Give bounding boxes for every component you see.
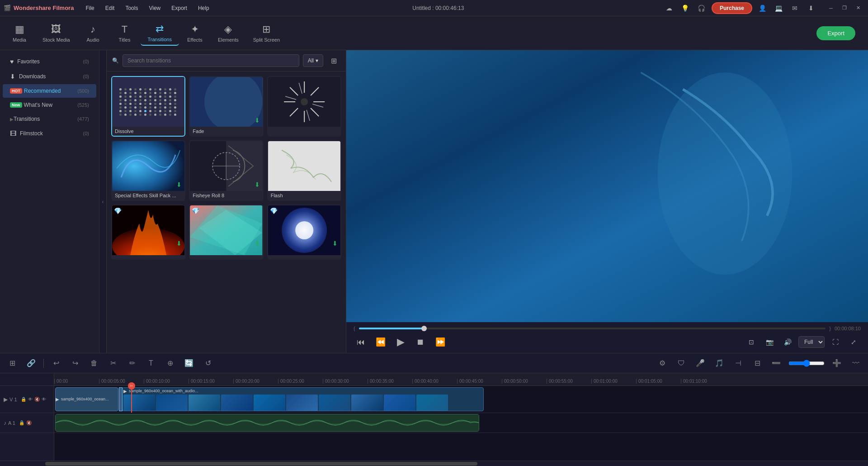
stock-media-label: Stock Media: [42, 37, 70, 43]
download-icon[interactable]: ⬇: [805, 2, 817, 14]
sidebar-item-favorites[interactable]: ♥ Favorites (0): [3, 54, 96, 69]
tl-plus-icon[interactable]: ➕: [830, 357, 844, 370]
export-button[interactable]: Export: [816, 26, 855, 40]
tl-shield-icon[interactable]: 🛡: [675, 357, 688, 370]
tl-split-icon[interactable]: ⊣: [731, 357, 745, 370]
progress-handle[interactable]: [421, 326, 427, 331]
filter-dropdown[interactable]: All ▾: [303, 54, 323, 67]
menu-export[interactable]: Export: [167, 3, 192, 13]
menu-edit[interactable]: Edit: [101, 3, 119, 13]
user-avatar[interactable]: 👤: [756, 2, 769, 14]
progress-track[interactable]: [359, 328, 826, 329]
transition-card-flash2[interactable]: Flash: [267, 140, 341, 201]
transition-card-sfx[interactable]: ⬇ Special Effects Skill Pack ...: [111, 140, 185, 201]
transition-card-flash[interactable]: [267, 76, 341, 137]
search-input[interactable]: [123, 54, 299, 67]
audio-clip[interactable]: [55, 414, 479, 432]
transition-card-dissolve[interactable]: Dissolve: [111, 76, 185, 137]
mail-icon[interactable]: ✉: [788, 2, 801, 14]
toolbar-stock-media[interactable]: 🖼 Stock Media: [35, 21, 77, 45]
tl-settings-icon[interactable]: ⚙: [656, 357, 669, 370]
toolbar-transitions[interactable]: ⇄ Transitions: [141, 20, 179, 46]
transition-card-teal[interactable]: 💎 ⬇: [189, 204, 263, 260]
tl-rotate-button[interactable]: 🔄: [182, 357, 196, 370]
tl-redo-button[interactable]: ↪: [68, 357, 82, 370]
lock-icon[interactable]: 🔒: [21, 397, 26, 402]
zoom-select[interactable]: Full: [798, 336, 825, 348]
next-frame-button[interactable]: ⏩: [433, 335, 448, 349]
eye2-icon[interactable]: 👁: [42, 397, 46, 402]
mark-start[interactable]: {: [354, 326, 355, 331]
toolbar-media[interactable]: ▦ Media: [4, 21, 35, 45]
playhead-handle[interactable]: ✂: [128, 382, 135, 390]
volume-button[interactable]: 🔊: [780, 335, 795, 349]
tl-pen-button[interactable]: ✏: [125, 357, 139, 370]
sidebar-item-whats-new[interactable]: New What's New (525): [3, 98, 96, 112]
video-clip-2[interactable]: ▶ sample_960x400_ocean_with_audio...: [122, 387, 484, 411]
tl-waveform-icon[interactable]: 〰: [849, 357, 863, 370]
tl-caption-icon[interactable]: ⊟: [750, 357, 764, 370]
eye-icon[interactable]: 👁: [28, 397, 33, 402]
menu-file[interactable]: File: [81, 3, 99, 13]
toolbar-titles[interactable]: T Titles: [109, 21, 141, 45]
tl-reset-button[interactable]: ↺: [201, 357, 215, 370]
favorites-count: (0): [83, 59, 89, 64]
sidebar-item-recommended[interactable]: HOT Recommended (500): [3, 84, 96, 98]
scroll-thumb[interactable]: [45, 462, 477, 466]
video-clip-1[interactable]: ▶ sample_960x400_ocean...: [55, 387, 118, 411]
tl-link-button[interactable]: 🔗: [24, 357, 38, 370]
toolbar-audio[interactable]: ♪ Audio: [77, 21, 109, 45]
tl-undo-button[interactable]: ↩: [49, 357, 63, 370]
maximize-button[interactable]: ❐: [838, 2, 851, 14]
tl-text-button[interactable]: T: [144, 357, 158, 370]
transitions-arrow-icon: ▶: [10, 117, 14, 122]
sidebar-collapse-button[interactable]: ‹: [99, 50, 107, 353]
audio-lock-icon[interactable]: 🔒: [19, 420, 24, 425]
flash2-label: Flash: [268, 191, 340, 200]
sidebar-item-filmstock[interactable]: 🎞 Filmstock (0): [3, 126, 96, 141]
tl-delete-button[interactable]: 🗑: [87, 357, 101, 370]
tl-adjust-button[interactable]: ⊕: [163, 357, 177, 370]
purchase-button[interactable]: Purchase: [712, 2, 752, 14]
toolbar-elements[interactable]: ◈ Elements: [211, 21, 246, 45]
close-button[interactable]: ✕: [852, 2, 864, 14]
tl-layout-button[interactable]: ⊞: [5, 357, 19, 370]
toolbar-effects[interactable]: ✦ Effects: [179, 21, 211, 45]
fullscreen-button[interactable]: ⛶: [828, 335, 843, 349]
tl-cut-button[interactable]: ✂: [106, 357, 120, 370]
transition-card-fade[interactable]: ⬇ Fade: [189, 76, 263, 137]
expand-button[interactable]: ⤢: [846, 335, 861, 349]
teal-thumbnail: 💎: [190, 205, 262, 255]
stock-media-icon: 🖼: [51, 24, 61, 35]
lightbulb-icon[interactable]: 💡: [679, 2, 692, 14]
sidebar-item-downloads[interactable]: ⬇ Downloads (0): [3, 69, 96, 84]
tl-mic-icon[interactable]: 🎤: [693, 357, 707, 370]
transition-card-fisheye[interactable]: ⬇ Fisheye Roll 8: [189, 140, 263, 201]
sidebar-item-transitions[interactable]: ▶ Transitions (477): [3, 112, 96, 126]
tl-music-icon[interactable]: 🎵: [712, 357, 726, 370]
svg-rect-22: [268, 141, 340, 191]
transition-card-fire[interactable]: 💎 ⬇: [111, 204, 185, 260]
tl-minus-icon[interactable]: ➖: [769, 357, 783, 370]
playhead[interactable]: ✂: [131, 386, 132, 413]
toolbar-split-screen[interactable]: ⊞ Split Screen: [246, 21, 287, 45]
headset-icon[interactable]: 🎧: [695, 2, 708, 14]
grid-view-button[interactable]: ⊞: [327, 54, 340, 67]
mark-end[interactable]: }: [829, 326, 831, 331]
zoom-slider[interactable]: [788, 360, 825, 367]
prev-frame-button[interactable]: ⏪: [373, 335, 388, 349]
transition-card-blue-burst[interactable]: 💎 ⬇: [267, 204, 341, 260]
menu-tools[interactable]: Tools: [121, 3, 142, 13]
fit-view-button[interactable]: ⊡: [744, 335, 759, 349]
menu-view[interactable]: View: [144, 3, 165, 13]
stop-button[interactable]: ⏹: [413, 335, 428, 349]
audio-mute-icon[interactable]: 🔇: [26, 420, 32, 425]
snapshot-button[interactable]: 📷: [762, 335, 777, 349]
mute-icon[interactable]: 🔇: [34, 397, 40, 402]
menu-help[interactable]: Help: [193, 3, 214, 13]
cloud-icon[interactable]: ☁: [663, 2, 675, 14]
rewind-button[interactable]: ⏮: [354, 335, 368, 349]
minimize-button[interactable]: ─: [825, 2, 837, 14]
device-icon[interactable]: 💻: [772, 2, 785, 14]
play-button[interactable]: ▶: [393, 335, 408, 349]
